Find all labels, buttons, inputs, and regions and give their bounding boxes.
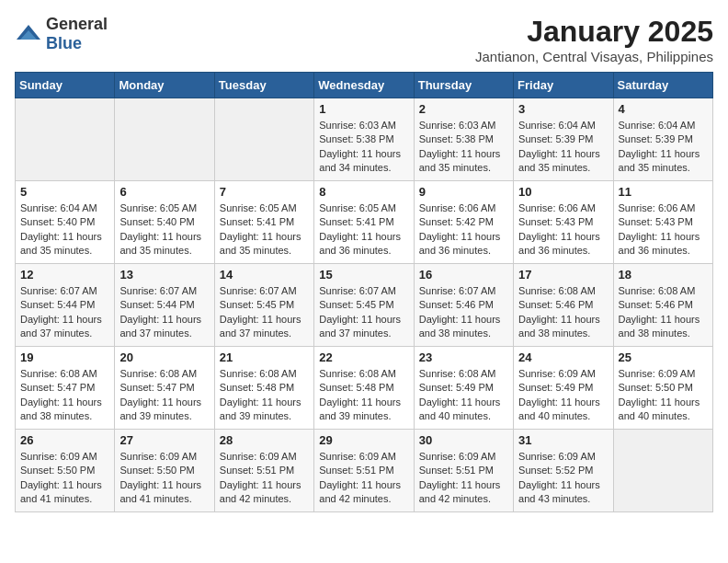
day-number: 3 [518,102,608,116]
day-number: 6 [119,185,209,199]
day-info: Sunrise: 6:09 AMSunset: 5:51 PMDaylight:… [319,450,408,507]
day-info: Sunrise: 6:07 AMSunset: 5:46 PMDaylight:… [419,284,508,341]
column-header-saturday: Saturday [613,73,712,98]
day-number: 2 [419,102,508,116]
day-info: Sunrise: 6:06 AMSunset: 5:43 PMDaylight:… [518,201,608,259]
day-info: Sunrise: 6:05 AMSunset: 5:41 PMDaylight:… [220,201,309,259]
calendar-cell: 6 Sunrise: 6:05 AMSunset: 5:40 PMDayligh… [115,181,214,264]
day-info: Sunrise: 6:05 AMSunset: 5:40 PMDaylight:… [119,201,209,259]
day-number: 28 [220,433,309,447]
day-number: 12 [20,268,109,282]
day-number: 22 [319,350,408,364]
day-info: Sunrise: 6:04 AMSunset: 5:39 PMDaylight:… [619,119,708,176]
calendar-cell: 30 Sunrise: 6:09 AMSunset: 5:51 PMDaylig… [414,430,513,512]
calendar-cell: 17 Sunrise: 6:08 AMSunset: 5:46 PMDaylig… [514,264,613,347]
week-row-3: 12 Sunrise: 6:07 AMSunset: 5:44 PMDaylig… [16,264,713,347]
logo: General Blue [15,15,108,53]
day-number: 30 [419,433,508,447]
week-row-4: 19 Sunrise: 6:08 AMSunset: 5:47 PMDaylig… [16,347,713,430]
day-number: 13 [119,268,209,282]
day-info: Sunrise: 6:09 AMSunset: 5:50 PMDaylight:… [20,450,109,507]
page-header: General Blue January 2025 Jantianon, Cen… [15,15,713,64]
day-number: 25 [619,350,708,364]
calendar-cell: 11 Sunrise: 6:06 AMSunset: 5:43 PMDaylig… [613,181,712,264]
day-number: 26 [20,433,109,447]
day-number: 9 [419,185,508,199]
header-row: SundayMondayTuesdayWednesdayThursdayFrid… [16,73,713,98]
day-info: Sunrise: 6:08 AMSunset: 5:47 PMDaylight:… [119,367,209,424]
day-info: Sunrise: 6:07 AMSunset: 5:44 PMDaylight:… [20,284,109,341]
calendar-cell: 3 Sunrise: 6:04 AMSunset: 5:39 PMDayligh… [514,98,613,181]
day-info: Sunrise: 6:08 AMSunset: 5:49 PMDaylight:… [419,367,508,424]
calendar-cell: 22 Sunrise: 6:08 AMSunset: 5:48 PMDaylig… [314,347,414,430]
calendar-cell: 2 Sunrise: 6:03 AMSunset: 5:38 PMDayligh… [414,98,513,181]
calendar-cell: 9 Sunrise: 6:06 AMSunset: 5:42 PMDayligh… [414,181,513,264]
calendar-cell: 12 Sunrise: 6:07 AMSunset: 5:44 PMDaylig… [16,264,115,347]
calendar-cell: 25 Sunrise: 6:09 AMSunset: 5:50 PMDaylig… [613,347,712,430]
calendar-table: SundayMondayTuesdayWednesdayThursdayFrid… [15,72,713,512]
day-number: 23 [419,350,508,364]
week-row-1: 1 Sunrise: 6:03 AMSunset: 5:38 PMDayligh… [16,98,713,181]
day-info: Sunrise: 6:08 AMSunset: 5:46 PMDaylight:… [619,284,708,341]
location: Jantianon, Central Visayas, Philippines [475,49,713,64]
calendar-cell: 18 Sunrise: 6:08 AMSunset: 5:46 PMDaylig… [613,264,712,347]
day-number: 5 [20,185,109,199]
day-info: Sunrise: 6:08 AMSunset: 5:48 PMDaylight:… [319,367,408,424]
day-number: 14 [220,268,309,282]
day-info: Sunrise: 6:07 AMSunset: 5:45 PMDaylight:… [220,284,309,341]
day-info: Sunrise: 6:08 AMSunset: 5:47 PMDaylight:… [20,367,109,424]
day-number: 29 [319,433,408,447]
calendar-cell: 20 Sunrise: 6:08 AMSunset: 5:47 PMDaylig… [115,347,214,430]
day-info: Sunrise: 6:09 AMSunset: 5:50 PMDaylight:… [619,367,708,424]
calendar-cell [214,98,313,181]
logo-icon [15,23,42,45]
week-row-5: 26 Sunrise: 6:09 AMSunset: 5:50 PMDaylig… [16,430,713,512]
month-title: January 2025 [475,15,713,49]
calendar-cell: 8 Sunrise: 6:05 AMSunset: 5:41 PMDayligh… [314,181,414,264]
day-number: 18 [619,268,708,282]
day-number: 8 [319,185,408,199]
calendar-cell: 7 Sunrise: 6:05 AMSunset: 5:41 PMDayligh… [214,181,313,264]
day-info: Sunrise: 6:03 AMSunset: 5:38 PMDaylight:… [419,119,508,176]
calendar-cell [115,98,214,181]
column-header-friday: Friday [514,73,613,98]
column-header-monday: Monday [115,73,214,98]
calendar-cell [613,430,712,512]
day-info: Sunrise: 6:09 AMSunset: 5:52 PMDaylight:… [518,450,608,507]
day-info: Sunrise: 6:04 AMSunset: 5:39 PMDaylight:… [518,119,608,176]
day-number: 24 [518,350,608,364]
day-number: 15 [319,268,408,282]
calendar-cell: 19 Sunrise: 6:08 AMSunset: 5:47 PMDaylig… [16,347,115,430]
day-number: 4 [619,102,708,116]
calendar-cell: 10 Sunrise: 6:06 AMSunset: 5:43 PMDaylig… [514,181,613,264]
calendar-cell: 5 Sunrise: 6:04 AMSunset: 5:40 PMDayligh… [16,181,115,264]
day-info: Sunrise: 6:07 AMSunset: 5:45 PMDaylight:… [319,284,408,341]
day-info: Sunrise: 6:06 AMSunset: 5:42 PMDaylight:… [419,201,508,259]
day-info: Sunrise: 6:05 AMSunset: 5:41 PMDaylight:… [319,201,408,259]
column-header-thursday: Thursday [414,73,513,98]
column-header-wednesday: Wednesday [314,73,414,98]
day-number: 27 [119,433,209,447]
day-number: 11 [619,185,708,199]
calendar-cell: 23 Sunrise: 6:08 AMSunset: 5:49 PMDaylig… [414,347,513,430]
column-header-tuesday: Tuesday [214,73,313,98]
day-number: 17 [518,268,608,282]
calendar-cell: 15 Sunrise: 6:07 AMSunset: 5:45 PMDaylig… [314,264,414,347]
calendar-cell: 4 Sunrise: 6:04 AMSunset: 5:39 PMDayligh… [613,98,712,181]
day-info: Sunrise: 6:09 AMSunset: 5:51 PMDaylight:… [220,450,309,507]
day-info: Sunrise: 6:09 AMSunset: 5:50 PMDaylight:… [119,450,209,507]
calendar-cell: 28 Sunrise: 6:09 AMSunset: 5:51 PMDaylig… [214,430,313,512]
day-info: Sunrise: 6:07 AMSunset: 5:44 PMDaylight:… [119,284,209,341]
logo-general-text: General [46,15,108,33]
day-number: 20 [119,350,209,364]
day-info: Sunrise: 6:04 AMSunset: 5:40 PMDaylight:… [20,201,109,259]
day-info: Sunrise: 6:08 AMSunset: 5:46 PMDaylight:… [518,284,608,341]
day-info: Sunrise: 6:09 AMSunset: 5:51 PMDaylight:… [419,450,508,507]
day-number: 16 [419,268,508,282]
column-header-sunday: Sunday [16,73,115,98]
calendar-cell: 26 Sunrise: 6:09 AMSunset: 5:50 PMDaylig… [16,430,115,512]
calendar-cell: 14 Sunrise: 6:07 AMSunset: 5:45 PMDaylig… [214,264,313,347]
calendar-cell: 29 Sunrise: 6:09 AMSunset: 5:51 PMDaylig… [314,430,414,512]
calendar-cell: 31 Sunrise: 6:09 AMSunset: 5:52 PMDaylig… [514,430,613,512]
day-number: 1 [319,102,408,116]
